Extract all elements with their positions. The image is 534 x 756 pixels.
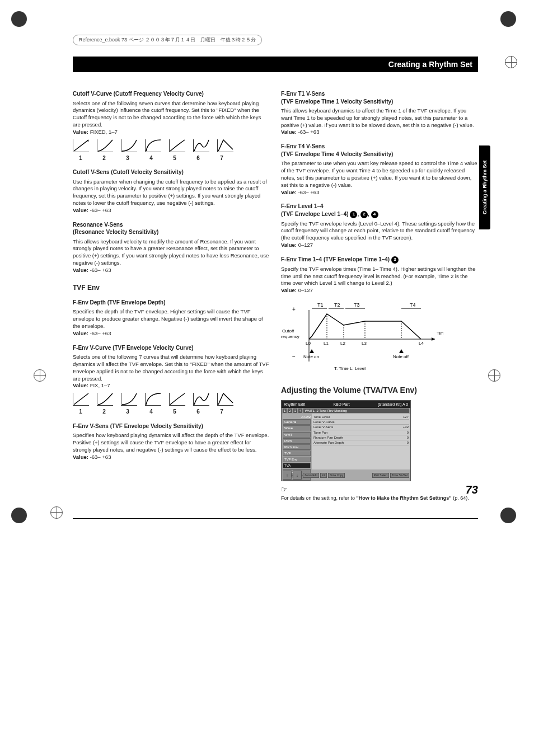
ss-arrow-up: ↑ <box>283 471 292 480</box>
ss-tab: WMT1–2 Tone Rev Masking <box>303 408 409 413</box>
ss-tab: 2 <box>288 408 292 413</box>
ref-circle-4: 4 <box>371 211 378 218</box>
ss-tab: 4 <box>298 408 302 413</box>
svg-text:−: − <box>292 354 296 360</box>
heading-fenv-v-curve: F-Env V-Curve (TVF Envelope Velocity Cur… <box>73 344 270 352</box>
value-label: Value: <box>73 454 88 460</box>
curve-3 <box>121 393 137 406</box>
ss-title-left: Rhythm Edit <box>284 402 305 407</box>
curve-num: 4 <box>143 154 159 162</box>
heading-line-2: (Resonance Velocity Sensitivity) <box>73 229 158 235</box>
curve-5 <box>169 139 185 152</box>
body-fenv-time: Specify the TVF envelope times (Time 1– … <box>281 266 478 287</box>
curve-num: 5 <box>167 408 182 416</box>
curve-num: 2 <box>96 408 112 416</box>
heading-line-1: F-Env Level 1–4 <box>281 203 324 209</box>
header-reference: Reference_e.book 73 ページ ２００３年７月１４日 月曜日 午… <box>73 35 262 45</box>
svg-text:Note on: Note on <box>303 354 319 359</box>
curve-3 <box>121 139 137 152</box>
pointing-hand-icon: ☞ <box>281 485 288 494</box>
heading-text: F-Env Time 1–4 (TVF Envelope Time 1–4) <box>281 256 391 262</box>
heading-line-2: (TVF Envelope Time 4 Velocity Sensitivit… <box>281 151 393 157</box>
curve-1 <box>73 139 89 152</box>
ss-title-mid: KBD Part <box>333 402 349 407</box>
ss-main: Tone Level127 Level V-Curve Level V-Sens… <box>312 414 410 469</box>
curve-num: 1 <box>73 408 88 416</box>
curve-numbers-2: 1 2 3 4 5 6 7 <box>73 408 270 416</box>
body-fenv-t4-v-sens: The parameter to use when you want key r… <box>281 160 478 189</box>
ss-sidebar: A:C#2 General Wave WMT Pitch Pitch Env T… <box>282 414 312 469</box>
heading-line-1: F-Env T1 V-Sens <box>281 91 325 97</box>
value-cutoff-v-sens: -63– +63 <box>90 207 111 213</box>
ss-row-key: Tone Level <box>313 415 403 419</box>
ss-row-val: +32 <box>403 425 409 429</box>
ss-side-header: A:C#2 <box>283 415 311 419</box>
heading-fenv-time: F-Env Time 1–4 (TVF Envelope Time 1–4) 3 <box>281 256 478 264</box>
svg-text:L0: L0 <box>306 341 311 346</box>
value-fenv-v-sens: -63– +63 <box>90 454 111 460</box>
footnote-bold: "How to Make the Rhythm Set Settings" <box>357 495 452 501</box>
svg-marker-12 <box>432 337 435 341</box>
value-cutoff-v-curve: FIXED, 1–7 <box>90 129 118 135</box>
ss-side-item: TVF Env <box>283 457 311 462</box>
ss-tab: 1 <box>283 408 287 413</box>
curve-numbers-1: 1 2 3 4 5 6 7 <box>73 154 270 162</box>
ss-row-key: Alternate Pan Depth <box>313 440 407 445</box>
svg-text:T4: T4 <box>410 302 416 308</box>
value-fenv-depth: -63– +63 <box>90 330 111 336</box>
curve-7 <box>217 139 233 152</box>
value-label: Value: <box>73 207 88 213</box>
value-label: Value: <box>281 189 297 195</box>
ss-row-key: Level V-Sens <box>313 425 403 429</box>
heading-fenv-depth: F-Env Depth (TVF Envelope Depth) <box>73 299 270 307</box>
curve-row-1 <box>73 139 270 152</box>
value-label: Value: <box>281 242 297 248</box>
curve-4 <box>145 393 161 406</box>
ss-btn: Init <box>320 473 327 478</box>
envelope-diagram: + − T1 T2 T3 T4 Cutoff Frequency <box>281 300 478 375</box>
curve-num: 7 <box>214 408 229 416</box>
value-label: Value: <box>73 267 88 273</box>
ss-side-item: General <box>283 419 311 425</box>
value-label: Value: <box>281 287 297 293</box>
heading-tvf-env: TVF Env <box>73 283 270 292</box>
ss-side-item: WMT <box>283 432 311 438</box>
ss-row-key: Tone Pan <box>313 430 407 435</box>
ss-tab: 3 <box>293 408 297 413</box>
svg-text:Frequency: Frequency <box>281 334 299 339</box>
body-fenv-level: Specify the TVF envelope levels (Level 0… <box>281 220 478 242</box>
ss-side-item: Pitch Env <box>283 444 311 450</box>
ss-btn: Tone Copy <box>328 473 345 478</box>
body-cutoff-v-sens: Use this parameter when changing the cut… <box>73 179 270 207</box>
ss-btn: Part Select <box>372 473 389 478</box>
editor-screenshot: Rhythm Edit KBD Part [Standard Kit] A 0 … <box>281 400 411 482</box>
page-number: 73 <box>466 483 478 496</box>
ss-row-key: Random Pan Depth <box>313 435 407 440</box>
ss-side-item: Wave <box>283 425 311 431</box>
heading-line-2: (TVF Envelope Level 1–4) <box>281 211 350 217</box>
svg-text:T3: T3 <box>354 302 360 308</box>
curve-1 <box>73 393 89 406</box>
value-fenv-t4-v-sens: -63– +63 <box>298 189 320 195</box>
ss-row-key: Level V-Curve <box>313 420 409 424</box>
heading-line-1: F-Env T4 V-Sens <box>281 143 325 149</box>
value-fenv-v-curve: FIX, 1–7 <box>90 382 110 388</box>
heading-fenv-t1-v-sens: F-Env T1 V-Sens (TVF Envelope Time 1 Vel… <box>281 90 478 105</box>
svg-text:Note off: Note off <box>393 354 409 359</box>
value-label: Value: <box>73 330 88 336</box>
curve-2 <box>97 139 113 152</box>
value-resonance-v-sens: -63– +63 <box>90 267 111 273</box>
svg-text:L3: L3 <box>362 341 367 346</box>
curve-num: 1 <box>73 154 88 162</box>
value-fenv-time: 0–127 <box>298 287 313 293</box>
curve-num: 4 <box>143 408 159 416</box>
heading-line-1: Resonance V-Sens <box>73 222 123 228</box>
right-column: F-Env T1 V-Sens (TVF Envelope Time 1 Vel… <box>281 83 478 501</box>
value-fenv-t1-v-sens: -63– +63 <box>298 129 320 135</box>
svg-text:+: + <box>292 306 296 312</box>
ref-circle-1: 1 <box>350 211 357 218</box>
heading-fenv-t4-v-sens: F-Env T4 V-Sens (TVF Envelope Time 4 Vel… <box>281 143 478 158</box>
heading-resonance-v-sens: Resonance V-Sens (Resonance Velocity Sen… <box>73 221 270 236</box>
heading-cutoff-v-curve: Cutoff V-Curve (Cutoff Frequency Velocit… <box>73 90 270 98</box>
svg-marker-24 <box>310 349 314 353</box>
